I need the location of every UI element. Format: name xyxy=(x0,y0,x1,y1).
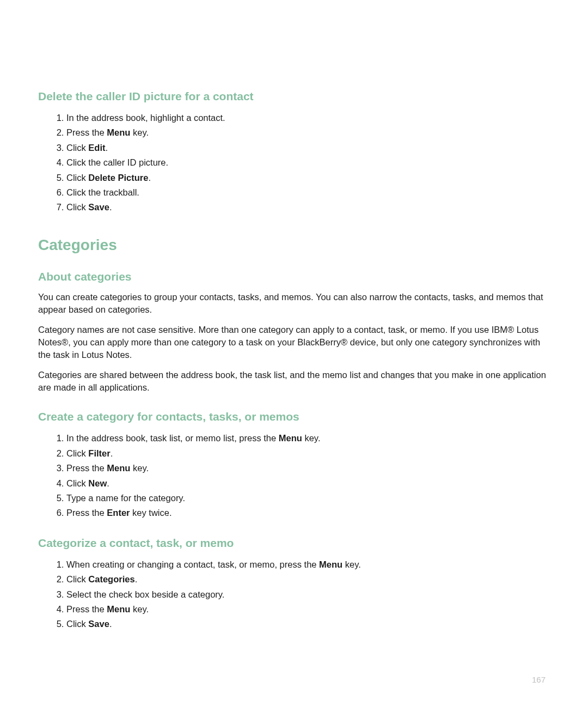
section: Create a category for contacts, tasks, o… xyxy=(38,410,550,520)
bold-term: Menu xyxy=(107,127,130,137)
step-item: Click the trackball. xyxy=(66,185,550,199)
section: Categorize a contact, task, or memoWhen … xyxy=(38,537,550,631)
bold-term: Menu xyxy=(107,463,130,473)
bold-term: Enter xyxy=(107,508,130,518)
step-item: Press the Menu key. xyxy=(66,125,550,139)
bold-term: Menu xyxy=(279,433,302,443)
section-heading: About categories xyxy=(38,270,550,283)
section-heading-major: Categories xyxy=(38,236,550,254)
page-number: 167 xyxy=(532,675,546,684)
step-item: Press the Menu key. xyxy=(66,602,550,616)
step-list: In the address book, highlight a contact… xyxy=(38,111,550,215)
step-list: In the address book, task list, or memo … xyxy=(38,431,550,520)
section-heading: Categorize a contact, task, or memo xyxy=(38,537,550,550)
bold-term: Save xyxy=(88,619,109,629)
step-item: Press the Menu key. xyxy=(66,461,550,475)
bold-term: Filter xyxy=(88,448,110,458)
step-item: Click Save. xyxy=(66,200,550,214)
paragraph: You can create categories to group your … xyxy=(38,291,550,316)
section: Delete the caller ID picture for a conta… xyxy=(38,90,550,215)
step-item: Click Filter. xyxy=(66,446,550,460)
bold-term: Categories xyxy=(88,574,134,584)
step-item: Click Categories. xyxy=(66,572,550,586)
bold-term: Menu xyxy=(319,559,342,569)
bold-term: New xyxy=(88,478,107,488)
step-item: Click Edit. xyxy=(66,141,550,155)
section-heading: Create a category for contacts, tasks, o… xyxy=(38,410,550,423)
step-item: In the address book, task list, or memo … xyxy=(66,431,550,445)
section: About categoriesYou can create categorie… xyxy=(38,270,550,394)
bold-term: Menu xyxy=(107,604,130,614)
section: Categories xyxy=(38,236,550,254)
step-item: Select the check box beside a category. xyxy=(66,587,550,601)
section-heading: Delete the caller ID picture for a conta… xyxy=(38,90,550,103)
paragraph: Category names are not case sensitive. M… xyxy=(38,324,550,361)
page-content: Delete the caller ID picture for a conta… xyxy=(38,90,550,631)
step-item: Click Save. xyxy=(66,617,550,631)
bold-term: Delete Picture xyxy=(88,173,148,182)
paragraph: Categories are shared between the addres… xyxy=(38,369,550,394)
step-item: Type a name for the category. xyxy=(66,491,550,505)
bold-term: Save xyxy=(88,202,109,212)
step-item: Click Delete Picture. xyxy=(66,171,550,185)
step-item: Press the Enter key twice. xyxy=(66,506,550,520)
step-item: When creating or changing a contact, tas… xyxy=(66,557,550,571)
step-item: Click the caller ID picture. xyxy=(66,155,550,169)
step-item: Click New. xyxy=(66,476,550,490)
step-item: In the address book, highlight a contact… xyxy=(66,111,550,125)
step-list: When creating or changing a contact, tas… xyxy=(38,557,550,631)
bold-term: Edit xyxy=(88,143,105,153)
document-page: Delete the caller ID picture for a conta… xyxy=(0,0,588,706)
